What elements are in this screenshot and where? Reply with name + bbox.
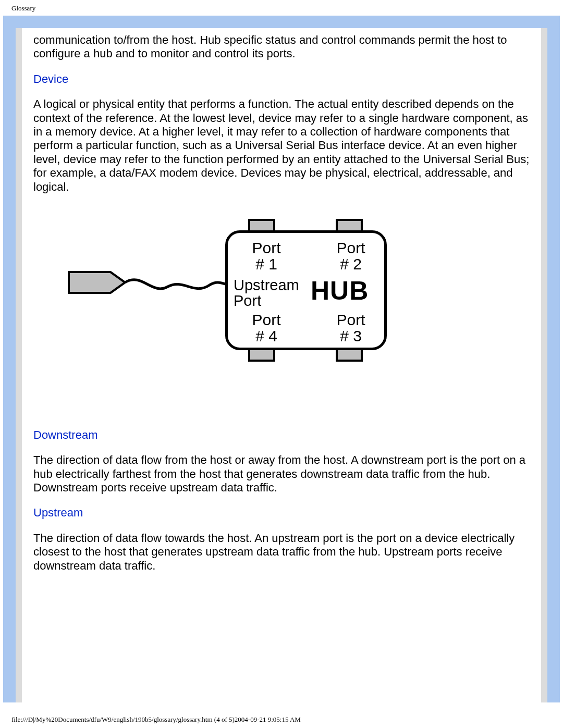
device-paragraph: A logical or physical entity that perfor… <box>33 97 530 194</box>
label-port-2: Port# 2 <box>327 240 374 273</box>
heading-device: Device <box>33 72 530 86</box>
label-port-1: Port# 1 <box>243 240 290 273</box>
footer-path: file:///D|/My%20Documents/dfu/W9/english… <box>11 715 301 724</box>
label-hub: HUB <box>311 275 369 306</box>
port-connector-3 <box>336 348 363 362</box>
label-port-4: Port# 4 <box>243 312 290 344</box>
header-title: Glossary <box>0 0 563 13</box>
label-upstream-port: UpstreamPort <box>234 277 312 309</box>
hub-diagram: Port# 1 Port# 2 Port# 4 Port# 3 Upstream… <box>38 209 402 381</box>
page: Glossary communication to/from the host.… <box>0 0 563 728</box>
port-connector-2 <box>336 219 363 232</box>
svg-marker-0 <box>69 272 125 293</box>
downstream-paragraph: The direction of data flow from the host… <box>33 453 530 495</box>
label-port-3: Port# 3 <box>327 312 374 344</box>
cable-icon <box>38 267 230 298</box>
heading-downstream: Downstream <box>33 428 530 442</box>
heading-upstream: Upstream <box>33 506 530 520</box>
port-connector-4 <box>248 348 275 362</box>
intro-paragraph: communication to/from the host. Hub spec… <box>33 33 530 61</box>
margin-bar-right <box>541 28 547 702</box>
content-area: communication to/from the host. Hub spec… <box>16 28 547 573</box>
margin-bar-left <box>16 28 22 702</box>
port-connector-1 <box>248 219 275 232</box>
content-frame: communication to/from the host. Hub spec… <box>3 16 560 702</box>
upstream-paragraph: The direction of data flow towards the h… <box>33 532 530 573</box>
